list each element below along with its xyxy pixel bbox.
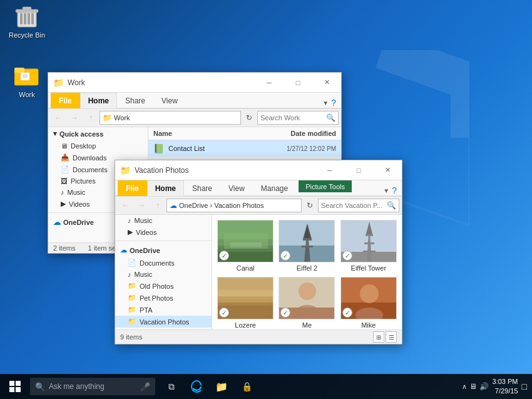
recycle-bin-icon[interactable]: Recycle Bin	[5, 3, 49, 39]
work-search-box[interactable]: 🔍	[257, 111, 339, 125]
taskbar-task-view-button[interactable]: ⧉	[160, 374, 183, 399]
vacation-window: 📁 Vacation Photos ─ □ ✕ File Home Share …	[115, 160, 402, 345]
work-pictures-label: Pictures	[71, 177, 96, 185]
start-button[interactable]	[0, 374, 30, 399]
vacation-pet-photos-icon: 📁	[128, 294, 136, 302]
vacation-tab-manage[interactable]: Manage	[253, 180, 296, 196]
taskbar-microphone-icon: 🎤	[140, 382, 150, 391]
vacation-forward-button[interactable]: →	[134, 199, 149, 212]
vacation-photo-eiffel2[interactable]: ✓ Eiffel 2	[279, 220, 335, 272]
vacation-search-box[interactable]: 🔍	[318, 199, 399, 212]
vacation-photo-me[interactable]: ✓ Me	[279, 277, 335, 329]
vacation-photo-lozere[interactable]: ✓ Lozere	[217, 277, 274, 329]
vacation-search-input[interactable]	[321, 202, 387, 209]
vacation-photo-canal[interactable]: ✓ Canal	[217, 220, 274, 272]
work-sidebar-desktop[interactable]: 🖥 Desktop	[48, 140, 148, 152]
vacation-titlebar: 📁 Vacation Photos ─ □ ✕	[115, 160, 402, 180]
taskbar-clock[interactable]: 3:03 PM 7/29/15	[493, 377, 518, 396]
work-back-button[interactable]: ←	[51, 111, 66, 125]
taskbar-action-center-icon[interactable]: □	[522, 381, 527, 391]
work-address-bar[interactable]: 📁 Work	[100, 111, 241, 125]
vacation-back-button[interactable]: ←	[118, 199, 133, 212]
svg-point-42	[360, 284, 379, 303]
work-refresh-button[interactable]: ↻	[242, 111, 256, 125]
vacation-canal-name: Canal	[237, 264, 255, 272]
vacation-music-label: Music	[135, 217, 153, 224]
vacation-tab-home[interactable]: Home	[147, 180, 184, 196]
taskbar-file-explorer-button[interactable]: 📁	[210, 374, 233, 399]
work-help-icon[interactable]: ?	[331, 98, 336, 108]
vacation-onedrive-address-icon: ☁	[170, 201, 177, 210]
work-forward-button[interactable]: →	[67, 111, 82, 125]
work-address-path: Work	[114, 114, 130, 122]
vacation-videos-label: Videos	[136, 229, 156, 236]
svg-point-37	[299, 282, 316, 300]
vacation-sidebar-pta[interactable]: 📁 PTA	[115, 304, 212, 316]
vacation-maximize-button[interactable]: □	[344, 160, 373, 180]
vacation-sidebar-onedrive-documents[interactable]: 📄 Documents	[115, 257, 212, 269]
work-maximize-button[interactable]: □	[284, 73, 312, 93]
work-file-contact-list[interactable]: 📗 Contact List 1/27/12 12:02 PM	[148, 140, 341, 157]
work-close-button[interactable]: ✕	[312, 73, 341, 93]
vacation-photo-grid: ✓ Canal ✓	[217, 220, 397, 329]
work-tab-home[interactable]: Home	[80, 93, 117, 108]
vacation-photo-mike-thumb: ✓	[340, 277, 397, 319]
vacation-eiffel-tower-name: Eiffel Tower	[351, 264, 386, 272]
work-quick-access-header[interactable]: ▾ Quick access	[48, 127, 148, 140]
vacation-sidebar-music[interactable]: ♪ Music	[115, 215, 212, 226]
vacation-minimize-button[interactable]: ─	[315, 160, 344, 180]
vacation-up-button[interactable]: ↑	[150, 199, 165, 212]
work-search-icon: 🔍	[326, 113, 335, 122]
work-tab-share[interactable]: Share	[117, 93, 153, 108]
vacation-search-icon: 🔍	[387, 201, 396, 210]
work-music-icon: ♪	[61, 189, 64, 196]
work-tab-view[interactable]: View	[153, 93, 186, 108]
work-up-button[interactable]: ↑	[83, 111, 98, 125]
vacation-onedrive-music-icon: ♪	[128, 271, 131, 278]
vacation-refresh-button[interactable]: ↻	[303, 199, 317, 212]
vacation-grid-view-button[interactable]: ⊞	[373, 331, 384, 343]
work-onedrive-icon: ☁	[53, 218, 61, 227]
vacation-sidebar-vacation-photos[interactable]: 📁 Vacation Photos	[115, 316, 212, 328]
vacation-list-view-button[interactable]: ☰	[386, 331, 397, 343]
vacation-address-separator: ›	[210, 202, 212, 209]
vacation-picture-tools-tab[interactable]: Picture Tools	[299, 180, 352, 192]
vacation-sidebar-divider1	[115, 241, 212, 241]
taskbar-search-box[interactable]: 🔍 🎤	[30, 378, 155, 395]
work-tab-file[interactable]: File	[51, 93, 80, 108]
vacation-tab-share[interactable]: Share	[184, 180, 220, 196]
work-minimize-button[interactable]: ─	[255, 73, 284, 93]
svg-rect-3	[28, 13, 30, 24]
work-search-input[interactable]	[260, 114, 326, 122]
taskbar-network-icon[interactable]: 🖥	[469, 382, 477, 391]
work-ribbon: File Home Share View ▼ ?	[48, 93, 341, 109]
vacation-content: ♪ Music ▶ Videos ☁ OneDrive 📄 Documents …	[115, 215, 402, 329]
vacation-sidebar-pet-photos[interactable]: 📁 Pet Photos	[115, 292, 212, 304]
vacation-photo-eiffel-tower[interactable]: ✓ Eiffel Tower	[340, 220, 397, 272]
vacation-options-icon[interactable]: ▼	[383, 187, 389, 194]
vacation-tab-file[interactable]: File	[118, 180, 147, 196]
vacation-tab-view[interactable]: View	[220, 180, 253, 196]
taskbar-edge-button[interactable]	[185, 374, 208, 399]
vacation-onedrive-docs-label: Documents	[140, 259, 175, 267]
work-folder-icon[interactable]: Work	[5, 63, 49, 99]
taskbar-lock-button[interactable]: 🔒	[235, 374, 258, 399]
taskbar-right: ∧ 🖥 🔊 3:03 PM 7/29/15 □	[462, 377, 532, 396]
vacation-sidebar-old-photos[interactable]: 📁 Old Photos	[115, 280, 212, 292]
work-col-date: Date modified	[242, 130, 336, 137]
vacation-help-icon[interactable]: ?	[392, 185, 397, 195]
taskbar-search-input[interactable]	[49, 382, 136, 391]
taskbar-chevron-icon[interactable]: ∧	[462, 383, 467, 391]
vacation-onedrive-music-label: Music	[135, 271, 153, 278]
vacation-address-bar[interactable]: ☁ OneDrive › Vacation Photos	[166, 199, 302, 212]
work-options-icon[interactable]: ▼	[322, 100, 329, 106]
vacation-photo-mike[interactable]: ✓ Mike	[340, 277, 397, 329]
work-col-name: Name	[153, 130, 242, 137]
taskbar-volume-icon[interactable]: 🔊	[479, 382, 489, 391]
vacation-sidebar-onedrive-music[interactable]: ♪ Music	[115, 269, 212, 280]
work-address-folder-icon: 📁	[103, 113, 112, 122]
vacation-close-button[interactable]: ✕	[373, 160, 402, 180]
vacation-status-count: 9 items	[120, 333, 142, 341]
vacation-onedrive-header[interactable]: ☁ OneDrive	[115, 244, 212, 257]
vacation-sidebar-videos[interactable]: ▶ Videos	[115, 226, 212, 238]
